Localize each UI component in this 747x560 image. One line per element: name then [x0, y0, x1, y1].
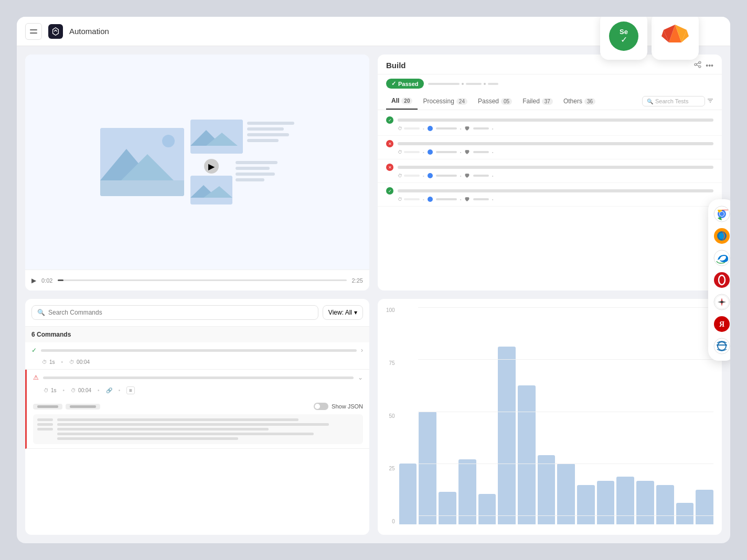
apple-icon — [465, 126, 470, 131]
tab-processing[interactable]: Processing 24 — [418, 93, 473, 109]
text-line — [236, 178, 264, 181]
tag-text — [37, 405, 58, 408]
bar — [419, 412, 436, 524]
cmd-time-label: 1s — [49, 359, 55, 365]
bar-wrap — [399, 307, 417, 524]
yandex-icon[interactable]: Я — [712, 315, 730, 333]
commands-count: 6 Commands — [31, 331, 71, 338]
command-2-meta: ⏱ 1s • ⏱ 00:04 • 🔗 • ≡ — [27, 385, 369, 399]
search-commands-wrap[interactable]: 🔍 — [31, 305, 318, 320]
y-label-100: 100 — [386, 307, 395, 313]
hamburger-button[interactable] — [25, 23, 42, 40]
command-expanded-body: Show JSON — [27, 399, 369, 448]
toggle-switch[interactable] — [314, 403, 328, 410]
chevron-right-icon[interactable]: › — [361, 347, 363, 354]
stopwatch-icon: ⏱ — [69, 359, 74, 365]
bar — [557, 464, 575, 524]
text-line — [247, 133, 289, 136]
test-meta-row: ⏱ • • • — [386, 197, 713, 202]
tab-failed[interactable]: Failed 37 — [517, 93, 558, 109]
chrome-indicator — [428, 126, 433, 131]
filter-icon[interactable] — [707, 98, 713, 105]
tab-others-label: Others — [563, 98, 582, 105]
video-controls: ▶ 0:02 2:25 — [25, 270, 369, 290]
bar-wrap — [616, 307, 634, 524]
chart-area: 100 75 50 25 0 — [386, 307, 713, 526]
code-line — [57, 437, 238, 440]
video-thumbnail-sm-1 — [190, 120, 243, 154]
view-select[interactable]: View: All ▾ — [323, 305, 363, 320]
safari-icon[interactable] — [712, 293, 730, 311]
selenium-icon: Se ✓ — [608, 20, 639, 52]
video-thumbnail-sm-2 — [190, 176, 232, 204]
bar — [538, 455, 556, 524]
svg-point-35 — [714, 272, 730, 288]
play-icon[interactable]: ▶ — [31, 277, 36, 284]
progress-bar[interactable] — [58, 279, 346, 281]
meta-line — [436, 198, 457, 200]
command-1-row: ✓ › — [25, 342, 369, 358]
test-row-4-status: ✓ — [386, 187, 713, 195]
time-chip: ⏱ — [398, 197, 420, 202]
tab-processing-count: 24 — [456, 98, 467, 105]
search-commands-input[interactable] — [48, 309, 313, 316]
svg-text:Я: Я — [719, 320, 724, 328]
command-name — [43, 376, 354, 379]
show-json-toggle[interactable]: Show JSON — [314, 403, 363, 410]
test-search-box[interactable]: 🔍 Search Tests — [642, 96, 705, 106]
code-line — [57, 423, 329, 426]
text-lines-2 — [236, 161, 278, 181]
text-line — [247, 139, 279, 142]
code-line — [57, 433, 314, 435]
status-dots — [428, 83, 498, 85]
tab-others[interactable]: Others 36 — [558, 93, 601, 109]
test-meta-row: ⏱ • • • — [386, 126, 713, 131]
more-icon[interactable]: ••• — [706, 61, 713, 70]
app-logo — [48, 24, 63, 39]
status-dot — [462, 83, 464, 85]
firefox-icon[interactable] — [712, 227, 730, 245]
text-line — [236, 167, 270, 170]
tab-passed[interactable]: Passed 05 — [473, 93, 517, 109]
video-content: ▶ — [25, 55, 369, 270]
bar — [478, 494, 496, 524]
main-window: Se ✓ Automation — [17, 17, 730, 543]
play-button[interactable]: ▶ — [204, 159, 219, 174]
tab-passed-label: Passed — [478, 98, 499, 105]
chevron-down-icon[interactable]: ⌄ — [358, 374, 363, 381]
tab-all[interactable]: All 20 — [386, 93, 418, 110]
meta-line — [473, 198, 489, 200]
check-mark: ✓ — [391, 80, 396, 87]
meta-line — [436, 175, 457, 177]
commands-panel: 🔍 View: All ▾ 6 Commands ✓ › — [25, 299, 369, 535]
chevron-down-icon: ▾ — [354, 309, 357, 316]
bar — [458, 459, 476, 524]
opera-icon[interactable] — [712, 271, 730, 289]
test-meta-row: ⏱ • • • — [386, 173, 713, 178]
edge-icon[interactable] — [712, 249, 730, 267]
pass-icon: ✓ — [386, 116, 393, 124]
gitlab-icon — [659, 20, 691, 52]
svg-line-23 — [697, 65, 699, 66]
chrome-icon[interactable] — [712, 204, 730, 223]
tag-chip-1 — [33, 404, 62, 410]
bar — [518, 385, 536, 524]
share-icon[interactable] — [694, 61, 701, 70]
mountain-svg-large — [100, 128, 184, 196]
code-line — [57, 428, 269, 430]
ie-icon[interactable] — [712, 337, 730, 356]
table-row: ✓ ⏱ • • • — [378, 183, 722, 207]
bar-wrap — [676, 307, 694, 524]
selenium-logo: Se ✓ — [600, 17, 647, 60]
app-title: Automation — [69, 27, 109, 36]
tab-others-count: 36 — [584, 98, 595, 105]
status-line-2 — [466, 83, 482, 85]
apple-icon — [465, 197, 470, 202]
test-name — [398, 142, 713, 145]
play-row: ▶ — [190, 159, 278, 204]
logo-svg — [51, 27, 60, 36]
chrome-indicator — [428, 197, 433, 202]
svg-point-19 — [699, 61, 701, 63]
bar-wrap — [498, 307, 516, 524]
y-label-75: 75 — [386, 360, 395, 366]
